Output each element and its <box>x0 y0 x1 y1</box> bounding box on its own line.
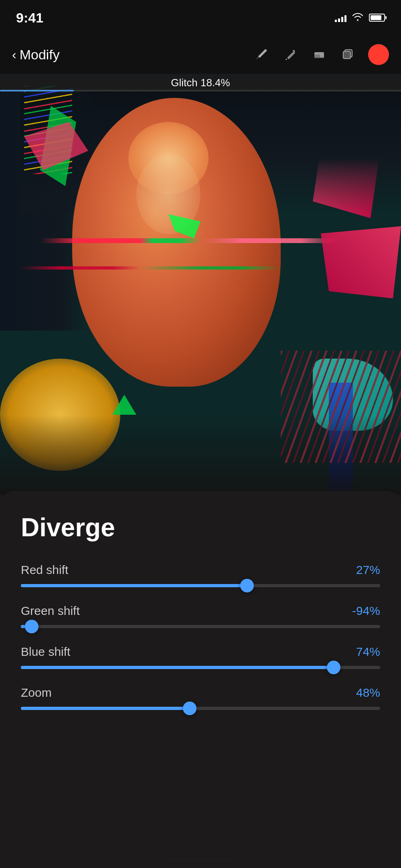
progress-label: Glitch 18.4% <box>171 77 230 89</box>
progress-track <box>0 90 401 91</box>
progress-fill <box>0 90 74 91</box>
zoom-label: Zoom <box>21 686 52 700</box>
blue-shift-label: Blue shift <box>21 645 70 659</box>
zoom-value: 48% <box>356 686 380 700</box>
signal-bar-4 <box>344 15 346 22</box>
zoom-row: Zoom 48% <box>21 686 380 710</box>
red-shift-track[interactable] <box>21 584 380 587</box>
status-bar: 9:41 <box>0 0 401 35</box>
green-shift-header: Green shift -94% <box>21 604 380 618</box>
status-time: 9:41 <box>16 10 43 26</box>
svg-rect-1 <box>314 55 320 58</box>
red-shift-fill <box>21 584 247 587</box>
blue-shift-track[interactable] <box>21 666 380 669</box>
canvas-bg <box>0 74 401 495</box>
blue-shift-header: Blue shift 74% <box>21 645 380 659</box>
toolbar-tools <box>253 44 389 65</box>
canvas-area <box>0 74 401 495</box>
red-shift-label: Red shift <box>21 563 68 577</box>
green-shift-label: Green shift <box>21 604 80 618</box>
art-layer <box>0 74 401 495</box>
back-chevron-icon: ‹ <box>12 48 16 61</box>
panel-title: Diverge <box>21 513 380 542</box>
eraser-tool-button[interactable] <box>310 46 328 63</box>
hair-strands-bottom-right <box>281 351 401 463</box>
signal-bar-1 <box>335 20 337 22</box>
progress-bar-container: Glitch 18.4% <box>0 74 401 91</box>
red-shift-header: Red shift 27% <box>21 563 380 577</box>
red-shift-thumb[interactable] <box>240 579 254 592</box>
pen-tool-button[interactable] <box>282 46 299 63</box>
signal-bar-2 <box>338 18 340 22</box>
zoom-track[interactable] <box>21 707 380 710</box>
back-button[interactable]: ‹ Modify <box>12 47 60 63</box>
back-label: Modify <box>20 47 60 63</box>
glitch-pink-center-right <box>321 226 401 298</box>
status-icons <box>335 12 385 23</box>
bottom-panel: Diverge Red shift 27% Green shift -94% B… <box>0 491 401 868</box>
green-shift-thumb[interactable] <box>25 620 38 633</box>
brush-tool-button[interactable] <box>253 46 270 63</box>
battery-icon <box>369 14 385 22</box>
red-shift-value: 27% <box>356 563 380 577</box>
record-button[interactable] <box>368 44 389 65</box>
zoom-header: Zoom 48% <box>21 686 380 700</box>
blue-shift-thumb[interactable] <box>327 661 340 674</box>
zoom-thumb[interactable] <box>183 702 196 715</box>
green-shift-value: -94% <box>352 604 380 618</box>
svg-rect-4 <box>343 51 350 59</box>
blue-shift-value: 74% <box>356 645 380 659</box>
layers-tool-button[interactable] <box>339 46 357 63</box>
blue-shift-fill <box>21 666 334 669</box>
signal-bar-3 <box>341 17 343 22</box>
green-shift-row: Green shift -94% <box>21 604 380 628</box>
wifi-icon <box>352 12 363 23</box>
signal-bars-icon <box>335 13 346 22</box>
green-shift-track[interactable] <box>21 625 380 628</box>
toolbar: ‹ Modify <box>0 35 401 74</box>
blue-shift-row: Blue shift 74% <box>21 645 380 669</box>
red-shift-row: Red shift 27% <box>21 563 380 587</box>
zoom-fill <box>21 707 190 710</box>
